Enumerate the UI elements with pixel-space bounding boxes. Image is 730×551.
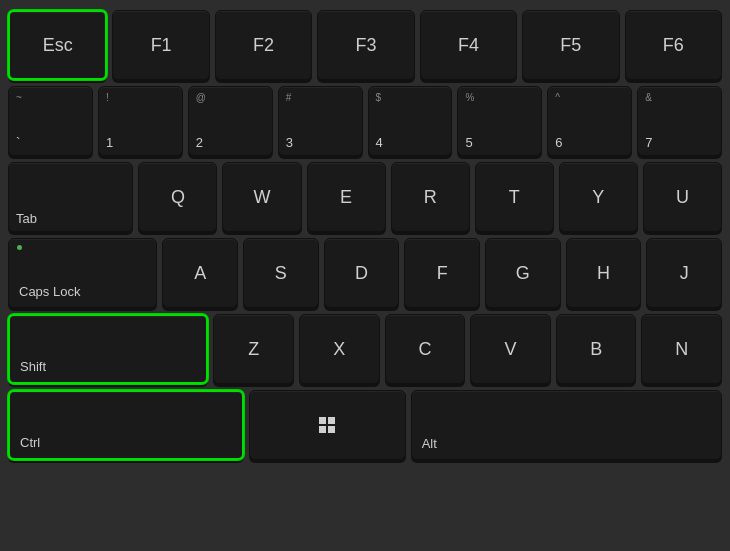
key-e[interactable]: E	[307, 162, 386, 232]
key-r[interactable]: R	[391, 162, 470, 232]
key-alt[interactable]: Alt	[411, 390, 722, 460]
capslock-indicator	[17, 245, 22, 250]
key-capslock[interactable]: Caps Lock	[8, 238, 157, 308]
key-x[interactable]: X	[299, 314, 380, 384]
key-u[interactable]: U	[643, 162, 722, 232]
key-f6[interactable]: F6	[625, 10, 722, 80]
key-esc-label: Esc	[43, 35, 73, 56]
qwerty-row: Tab Q W E R T Y U	[8, 162, 722, 232]
key-win[interactable]	[249, 390, 406, 460]
key-tab[interactable]: Tab	[8, 162, 133, 232]
key-z[interactable]: Z	[213, 314, 294, 384]
key-t[interactable]: T	[475, 162, 554, 232]
key-f4[interactable]: F4	[420, 10, 517, 80]
key-shift[interactable]: Shift	[8, 314, 208, 384]
key-h[interactable]: H	[566, 238, 642, 308]
key-f[interactable]: F	[404, 238, 480, 308]
key-q[interactable]: Q	[138, 162, 217, 232]
windows-icon	[319, 417, 335, 433]
key-w[interactable]: W	[222, 162, 301, 232]
key-f3[interactable]: F3	[317, 10, 414, 80]
key-b[interactable]: B	[556, 314, 637, 384]
key-j[interactable]: J	[646, 238, 722, 308]
key-a[interactable]: A	[162, 238, 238, 308]
key-3[interactable]: # 3	[278, 86, 363, 156]
ctrl-row: Ctrl Alt	[8, 390, 722, 460]
key-2[interactable]: @ 2	[188, 86, 273, 156]
key-tilde[interactable]: ~ `	[8, 86, 93, 156]
key-f2[interactable]: F2	[215, 10, 312, 80]
key-6[interactable]: ^ 6	[547, 86, 632, 156]
key-s[interactable]: S	[243, 238, 319, 308]
key-esc[interactable]: Esc	[8, 10, 107, 80]
number-row: ~ ` ! 1 @ 2 # 3 $ 4 % 5 ^ 6 & 7	[8, 86, 722, 156]
fn-row: Esc F1 F2 F3 F4 F5 F6	[8, 10, 722, 80]
key-4[interactable]: $ 4	[368, 86, 453, 156]
key-1[interactable]: ! 1	[98, 86, 183, 156]
key-g[interactable]: G	[485, 238, 561, 308]
key-v[interactable]: V	[470, 314, 551, 384]
key-y[interactable]: Y	[559, 162, 638, 232]
key-f5[interactable]: F5	[522, 10, 619, 80]
key-ctrl[interactable]: Ctrl	[8, 390, 244, 460]
key-5[interactable]: % 5	[457, 86, 542, 156]
key-n[interactable]: N	[641, 314, 722, 384]
key-7[interactable]: & 7	[637, 86, 722, 156]
keyboard: Esc F1 F2 F3 F4 F5 F6 ~ ` ! 1 @ 2 # 3 $ …	[0, 0, 730, 551]
key-c[interactable]: C	[385, 314, 466, 384]
key-d[interactable]: D	[324, 238, 400, 308]
key-f1[interactable]: F1	[112, 10, 209, 80]
asdf-row: Caps Lock A S D F G H J	[8, 238, 722, 308]
zxcv-row: Shift Z X C V B N	[8, 314, 722, 384]
